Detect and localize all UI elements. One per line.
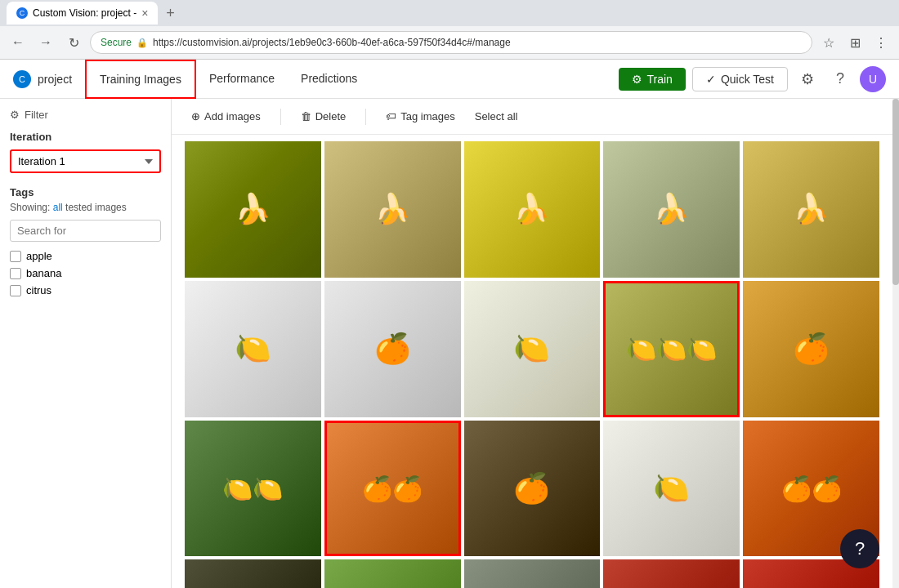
image-toolbar: ⊕ Add images 🗑 Delete 🏷 Tag images Selec… bbox=[172, 99, 892, 135]
tags-label: Tags bbox=[10, 186, 161, 198]
image-thumb: 🍋🍋🍋 bbox=[603, 281, 740, 417]
image-cell[interactable]: 🍌 bbox=[743, 141, 879, 278]
image-cell[interactable]: 🍎🍏 bbox=[464, 559, 601, 588]
image-cell[interactable]: 🍌 bbox=[603, 141, 740, 278]
train-icon: ⚙ bbox=[632, 73, 642, 86]
separator-2 bbox=[365, 109, 366, 125]
delete-button[interactable]: 🗑 Delete bbox=[294, 107, 353, 126]
filter-row[interactable]: ⚙ Filter bbox=[10, 109, 161, 121]
tab-title: Custom Vision: project - bbox=[33, 7, 136, 19]
tag-citrus[interactable]: citrus bbox=[10, 284, 161, 296]
browser-chrome: C Custom Vision: project - × + ← → ↻ Sec… bbox=[0, 0, 899, 60]
tag-images-button[interactable]: 🏷 Tag images bbox=[379, 107, 461, 126]
select-all-button[interactable]: Select all bbox=[475, 110, 518, 122]
header-actions: ⚙ Train ✓ Quick Test ⚙ ? U bbox=[619, 66, 887, 92]
image-thumb: 🍋 bbox=[185, 281, 321, 417]
separator-1 bbox=[280, 109, 281, 125]
apple-label: apple bbox=[26, 250, 52, 262]
image-cell[interactable]: 🍋 bbox=[185, 281, 321, 417]
header-nav: Training Images Performance Predictions bbox=[85, 60, 605, 99]
new-tab-button[interactable]: + bbox=[161, 5, 180, 22]
showing-all-link[interactable]: all bbox=[53, 202, 63, 213]
banana-checkbox[interactable] bbox=[10, 268, 21, 279]
image-thumb: 🍌 bbox=[603, 141, 740, 278]
main-layout: ⚙ Filter Iteration Iteration 1 Iteration… bbox=[0, 99, 899, 588]
url-text: https://customvision.ai/projects/1eb9e0c… bbox=[153, 37, 511, 48]
image-thumb: 🍎 bbox=[185, 559, 321, 588]
image-cell[interactable]: 🍌 bbox=[185, 141, 321, 278]
help-button[interactable]: ? bbox=[827, 66, 853, 92]
image-cell[interactable]: 🍋 bbox=[464, 281, 601, 417]
image-grid-container: 🍌 🍌 🍌 🍌 🍌 🍋 🍊 bbox=[172, 135, 892, 588]
back-button[interactable]: ← bbox=[7, 31, 29, 54]
image-thumb: 🍌 bbox=[464, 141, 601, 278]
image-cell[interactable]: 🍌 bbox=[324, 141, 461, 278]
forward-button[interactable]: → bbox=[34, 31, 57, 54]
image-grid: 🍌 🍌 🍌 🍌 🍌 🍋 🍊 bbox=[185, 141, 879, 588]
settings-button[interactable]: ⚙ bbox=[794, 66, 821, 92]
image-thumb: 🍌 bbox=[185, 141, 321, 278]
image-cell[interactable]: 🍊 bbox=[743, 281, 879, 417]
citrus-checkbox[interactable] bbox=[10, 285, 21, 296]
quick-test-button[interactable]: ✓ Quick Test bbox=[692, 67, 788, 91]
citrus-label: citrus bbox=[26, 284, 51, 296]
image-thumb: 🍊 bbox=[743, 281, 879, 417]
app-logo: C project bbox=[13, 70, 72, 88]
tag-apple[interactable]: apple bbox=[10, 250, 161, 262]
help-fab-icon: ? bbox=[855, 538, 865, 559]
image-area: ⊕ Add images 🗑 Delete 🏷 Tag images Selec… bbox=[172, 99, 892, 588]
tag-icon: 🏷 bbox=[386, 110, 396, 122]
train-button[interactable]: ⚙ Train bbox=[619, 68, 686, 91]
menu-btn[interactable]: ⋮ bbox=[870, 31, 892, 54]
tab-close-btn[interactable]: × bbox=[141, 7, 148, 20]
user-avatar[interactable]: U bbox=[860, 66, 886, 92]
iteration-select[interactable]: Iteration 1 Iteration 2 bbox=[10, 149, 161, 173]
app-title: project bbox=[38, 73, 72, 86]
tab-performance[interactable]: Performance bbox=[196, 60, 288, 99]
app-logo-icon: C bbox=[13, 70, 31, 88]
image-thumb: 🍋 bbox=[464, 281, 601, 417]
image-thumb: 🍊 bbox=[324, 281, 461, 417]
active-tab[interactable]: C Custom Vision: project - × bbox=[7, 2, 158, 24]
bookmark-btn[interactable]: ☆ bbox=[817, 31, 840, 54]
image-cell[interactable]: 🍋🍋🍋 bbox=[603, 281, 740, 417]
refresh-button[interactable]: ↻ bbox=[62, 31, 85, 54]
image-thumb: 🍋🍋 bbox=[185, 421, 321, 557]
image-cell[interactable]: 🍎 bbox=[603, 559, 740, 588]
tab-bar: C Custom Vision: project - × + bbox=[0, 0, 899, 26]
image-thumb: 🍌 bbox=[324, 141, 461, 278]
image-thumb: 🍋 bbox=[603, 421, 740, 557]
image-cell[interactable]: 🍊 bbox=[324, 281, 461, 417]
filter-label: Filter bbox=[25, 109, 48, 121]
tab-training-images[interactable]: Training Images bbox=[85, 60, 196, 99]
url-bar[interactable]: Secure 🔒 https://customvision.ai/project… bbox=[90, 31, 812, 54]
image-cell[interactable]: 🍋🍋 bbox=[185, 421, 321, 557]
filter-icon: ⚙ bbox=[10, 109, 20, 121]
delete-icon: 🗑 bbox=[301, 110, 311, 122]
image-thumb: 🍊 bbox=[464, 421, 601, 557]
image-cell[interactable]: 🍊🍊 bbox=[324, 421, 461, 557]
showing-text: Showing: all tested images bbox=[10, 202, 161, 213]
scrollbar-track[interactable] bbox=[892, 99, 899, 588]
browser-actions: ☆ ⊞ ⋮ bbox=[817, 31, 892, 54]
add-images-button[interactable]: ⊕ Add images bbox=[185, 107, 267, 126]
image-thumb: 🍏 bbox=[324, 559, 461, 588]
scrollbar-thumb[interactable] bbox=[892, 99, 899, 285]
image-cell[interactable]: 🍎 bbox=[185, 559, 321, 588]
image-cell[interactable]: 🍋 bbox=[603, 421, 740, 557]
apps-btn[interactable]: ⊞ bbox=[843, 31, 866, 54]
tab-favicon: C bbox=[16, 7, 28, 19]
tab-predictions[interactable]: Predictions bbox=[288, 60, 370, 99]
sidebar: ⚙ Filter Iteration Iteration 1 Iteration… bbox=[0, 99, 172, 588]
image-thumb: 🍎 bbox=[603, 559, 740, 588]
tag-banana[interactable]: banana bbox=[10, 267, 161, 279]
help-fab-button[interactable]: ? bbox=[840, 529, 879, 568]
app-header: C project Training Images Performance Pr… bbox=[0, 60, 899, 99]
image-cell[interactable]: 🍏 bbox=[324, 559, 461, 588]
image-cell[interactable]: 🍊 bbox=[464, 421, 601, 557]
add-icon: ⊕ bbox=[191, 110, 200, 122]
apple-checkbox[interactable] bbox=[10, 251, 21, 262]
secure-indicator: Secure bbox=[101, 37, 132, 48]
search-input[interactable] bbox=[10, 220, 161, 242]
image-cell[interactable]: 🍌 bbox=[464, 141, 601, 278]
